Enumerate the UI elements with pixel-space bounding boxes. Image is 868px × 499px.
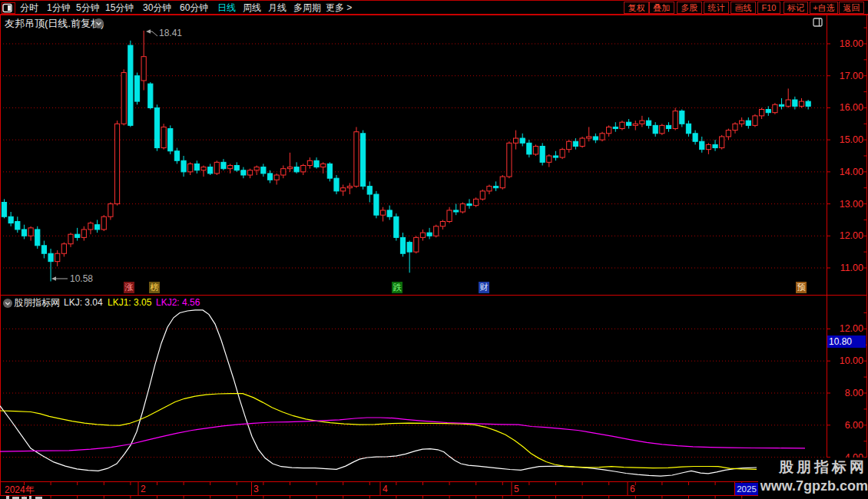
time-axis-label: 2 [141, 484, 146, 494]
menu-item-9[interactable]: 月线 [268, 2, 287, 14]
menu-button-4[interactable]: 统计 [704, 2, 729, 14]
watermark: 股朋指标网 www.7gpzb.com [758, 458, 868, 499]
low-annotation-arrowhead [51, 276, 56, 280]
menu-button-3[interactable]: 多股 [677, 2, 702, 14]
menu-item-4[interactable]: 15分钟 [105, 2, 134, 14]
indicator-value-3: LKJ2: 4.56 [156, 297, 200, 309]
indicator-axis-label: 10.00 [830, 355, 863, 366]
menu-item-6[interactable]: 60分钟 [180, 2, 208, 14]
chart-plot-svg[interactable] [0, 0, 868, 499]
price-axis-label: 11.00 [830, 263, 863, 273]
indicator-value-1: LKJ: 3.04 [64, 297, 103, 309]
time-axis-label: 4 [383, 484, 388, 494]
menu-item-10[interactable]: 多周期 [293, 2, 321, 14]
time-axis-label: 5 [514, 484, 519, 494]
indicator-axis-label: 6.00 [830, 420, 863, 431]
indicator-value-2: LKJ1: 3.05 [108, 297, 151, 309]
indicator-axis-label: 8.00 [830, 388, 863, 398]
watermark-site-url: www.7gpzb.com [758, 477, 868, 495]
menu-item-3[interactable]: 5分钟 [76, 2, 100, 14]
price-axis-label: 13.00 [830, 199, 863, 210]
watermark-site-name: 股朋指标网 [758, 458, 867, 477]
price-axis-label: 15.00 [830, 134, 863, 145]
indicator-axis-label: 12.00 [830, 323, 863, 334]
time-axis-label: 3 [253, 484, 259, 494]
indicator-source-label: 股朋指标网 [14, 297, 60, 309]
axis-last-value-box: 10.80 [827, 335, 866, 348]
time-axis-label: 2024年 [5, 484, 35, 497]
event-tag-预[interactable]: 预 [796, 282, 807, 293]
high-price-annotation: 18.41 [159, 28, 182, 38]
indicator-line-LKJ1 [0, 394, 757, 470]
menu-item-5[interactable]: 30分钟 [143, 2, 171, 14]
window-layout-icon[interactable] [2, 2, 15, 14]
event-tag-跌[interactable]: 跌 [392, 282, 403, 293]
x-axis-year-box: 2025 [735, 483, 758, 495]
trading-app-window: 分时1分钟5分钟15分钟30分钟60分钟日线周线月线多周期更多 > 复权叠加多股… [0, 0, 868, 499]
menu-button-1[interactable]: 复权 [624, 2, 649, 14]
menu-item-1[interactable]: 分时 [20, 2, 38, 14]
menu-button-7[interactable]: 标记 [784, 2, 808, 14]
event-tag-榜[interactable]: 榜 [149, 282, 160, 293]
candles-group [2, 31, 810, 282]
price-axis-label: 14.00 [830, 167, 863, 177]
price-axis-label: 18.00 [830, 38, 863, 49]
menu-button-9[interactable]: 返回 [839, 2, 864, 14]
top-menubar: 分时1分钟5分钟15分钟30分钟60分钟日线周线月线多周期更多 > 复权叠加多股… [0, 0, 868, 15]
price-axis-label: 12.00 [830, 230, 863, 241]
menu-item-8[interactable]: 周线 [243, 2, 261, 14]
menu-button-2[interactable]: 叠加 [649, 2, 674, 14]
time-axis-label: 6 [630, 484, 635, 494]
indicator-chevron-down-icon[interactable] [2, 298, 13, 309]
menu-item-7[interactable]: 日线 [217, 2, 236, 14]
menu-button-5[interactable]: 画线 [731, 2, 756, 14]
price-axis-label: 16.00 [830, 102, 863, 113]
event-tag-涨[interactable]: 涨 [124, 282, 134, 293]
indicator-line-LKJ2 [0, 418, 805, 451]
title-chevron-down-icon[interactable] [93, 18, 104, 29]
panel-maximize-icon[interactable] [813, 18, 823, 27]
high-annotation-arrowhead [146, 29, 151, 33]
layout-icon [2, 3, 12, 13]
event-tag-财[interactable]: 财 [479, 282, 489, 293]
menu-item-2[interactable]: 1分钟 [47, 2, 71, 14]
menu-button-6[interactable]: F10 [757, 2, 780, 14]
menu-item-11[interactable]: 更多 > [326, 2, 352, 14]
price-axis-label: 17.00 [830, 71, 863, 81]
chart-title: 友邦吊顶(日线.前复权) [5, 17, 104, 31]
menu-button-8[interactable]: +自选 [810, 2, 838, 14]
low-price-annotation: 10.58 [70, 273, 93, 284]
